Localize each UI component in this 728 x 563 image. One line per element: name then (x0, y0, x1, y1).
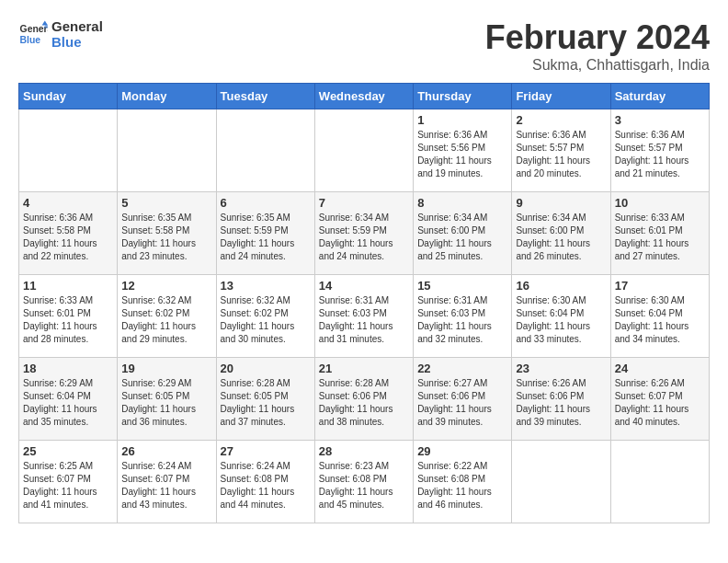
day-info: Sunrise: 6:31 AM Sunset: 6:03 PM Dayligh… (417, 294, 507, 346)
day-info: Sunrise: 6:33 AM Sunset: 6:01 PM Dayligh… (615, 212, 705, 263)
calendar-cell: 6Sunrise: 6:35 AM Sunset: 5:59 PM Daylig… (216, 192, 314, 275)
calendar-cell: 11Sunrise: 6:33 AM Sunset: 6:01 PM Dayli… (19, 275, 118, 358)
day-info: Sunrise: 6:30 AM Sunset: 6:04 PM Dayligh… (516, 294, 606, 346)
calendar-cell: 2Sunrise: 6:36 AM Sunset: 5:57 PM Daylig… (512, 109, 610, 192)
calendar-cell (216, 109, 314, 192)
calendar-cell (19, 109, 118, 192)
day-info: Sunrise: 6:26 AM Sunset: 6:06 PM Dayligh… (516, 377, 606, 429)
day-info: Sunrise: 6:24 AM Sunset: 6:07 PM Dayligh… (121, 460, 211, 511)
calendar-cell: 17Sunrise: 6:30 AM Sunset: 6:04 PM Dayli… (610, 275, 709, 358)
calendar-cell (610, 441, 709, 523)
day-info: Sunrise: 6:28 AM Sunset: 6:05 PM Dayligh… (221, 377, 311, 429)
calendar-cell: 8Sunrise: 6:34 AM Sunset: 6:00 PM Daylig… (414, 192, 512, 275)
calendar-header-row: SundayMondayTuesdayWednesdayThursdayFrid… (19, 84, 710, 109)
day-info: Sunrise: 6:32 AM Sunset: 6:02 PM Dayligh… (121, 294, 211, 346)
day-number: 19 (121, 362, 211, 375)
weekday-header: Thursday (414, 84, 512, 109)
day-info: Sunrise: 6:31 AM Sunset: 6:03 PM Dayligh… (319, 294, 409, 346)
calendar-cell: 24Sunrise: 6:26 AM Sunset: 6:07 PM Dayli… (610, 358, 709, 441)
day-number: 18 (23, 362, 113, 375)
day-number: 25 (23, 444, 113, 458)
calendar-cell: 5Sunrise: 6:35 AM Sunset: 5:58 PM Daylig… (118, 192, 216, 275)
day-info: Sunrise: 6:36 AM Sunset: 5:56 PM Dayligh… (417, 129, 507, 180)
calendar-week-row: 1Sunrise: 6:36 AM Sunset: 5:56 PM Daylig… (19, 109, 710, 192)
header: General Blue General Blue February 2024 … (18, 18, 710, 74)
calendar-cell: 1Sunrise: 6:36 AM Sunset: 5:56 PM Daylig… (414, 109, 512, 192)
calendar-cell: 12Sunrise: 6:32 AM Sunset: 6:02 PM Dayli… (118, 275, 216, 358)
day-number: 4 (23, 196, 113, 210)
calendar-cell: 26Sunrise: 6:24 AM Sunset: 6:07 PM Dayli… (118, 441, 216, 523)
weekday-header: Tuesday (216, 84, 314, 109)
day-number: 22 (417, 362, 507, 375)
calendar-week-row: 11Sunrise: 6:33 AM Sunset: 6:01 PM Dayli… (19, 275, 710, 358)
calendar-cell: 14Sunrise: 6:31 AM Sunset: 6:03 PM Dayli… (314, 275, 413, 358)
location-subtitle: Sukma, Chhattisgarh, India (485, 57, 710, 74)
day-info: Sunrise: 6:26 AM Sunset: 6:07 PM Dayligh… (615, 377, 705, 429)
day-info: Sunrise: 6:29 AM Sunset: 6:04 PM Dayligh… (23, 377, 113, 429)
day-number: 21 (319, 362, 409, 375)
day-info: Sunrise: 6:27 AM Sunset: 6:06 PM Dayligh… (417, 377, 507, 429)
day-info: Sunrise: 6:34 AM Sunset: 6:00 PM Dayligh… (417, 212, 507, 263)
day-info: Sunrise: 6:33 AM Sunset: 6:01 PM Dayligh… (23, 294, 113, 346)
day-number: 5 (121, 196, 211, 210)
calendar-cell: 15Sunrise: 6:31 AM Sunset: 6:03 PM Dayli… (414, 275, 512, 358)
calendar-cell: 9Sunrise: 6:34 AM Sunset: 6:00 PM Daylig… (512, 192, 610, 275)
day-number: 1 (417, 113, 507, 127)
calendar-cell: 21Sunrise: 6:28 AM Sunset: 6:06 PM Dayli… (314, 358, 413, 441)
day-info: Sunrise: 6:34 AM Sunset: 5:59 PM Dayligh… (319, 212, 409, 263)
calendar-cell: 7Sunrise: 6:34 AM Sunset: 5:59 PM Daylig… (314, 192, 413, 275)
day-number: 27 (221, 444, 311, 458)
day-number: 26 (121, 444, 211, 458)
calendar-table: SundayMondayTuesdayWednesdayThursdayFrid… (18, 83, 710, 523)
calendar-cell: 28Sunrise: 6:23 AM Sunset: 6:08 PM Dayli… (314, 441, 413, 523)
day-number: 23 (516, 362, 606, 375)
calendar-week-row: 25Sunrise: 6:25 AM Sunset: 6:07 PM Dayli… (19, 441, 710, 523)
calendar-cell: 29Sunrise: 6:22 AM Sunset: 6:08 PM Dayli… (414, 441, 512, 523)
day-info: Sunrise: 6:36 AM Sunset: 5:58 PM Dayligh… (23, 212, 113, 263)
weekday-header: Sunday (19, 84, 118, 109)
day-number: 17 (615, 279, 705, 293)
month-title: February 2024 (485, 18, 710, 57)
day-number: 10 (615, 196, 705, 210)
calendar-cell (512, 441, 610, 523)
calendar-cell: 19Sunrise: 6:29 AM Sunset: 6:05 PM Dayli… (118, 358, 216, 441)
day-info: Sunrise: 6:25 AM Sunset: 6:07 PM Dayligh… (23, 460, 113, 511)
day-number: 15 (417, 279, 507, 293)
calendar-cell: 20Sunrise: 6:28 AM Sunset: 6:05 PM Dayli… (216, 358, 314, 441)
day-number: 28 (319, 444, 409, 458)
day-info: Sunrise: 6:32 AM Sunset: 6:02 PM Dayligh… (221, 294, 311, 346)
day-info: Sunrise: 6:36 AM Sunset: 5:57 PM Dayligh… (516, 129, 606, 180)
day-number: 24 (615, 362, 705, 375)
day-number: 7 (319, 196, 409, 210)
weekday-header: Wednesday (314, 84, 413, 109)
day-number: 9 (516, 196, 606, 210)
calendar-week-row: 18Sunrise: 6:29 AM Sunset: 6:04 PM Dayli… (19, 358, 710, 441)
day-number: 8 (417, 196, 507, 210)
day-number: 16 (516, 279, 606, 293)
day-number: 3 (615, 113, 705, 127)
svg-text:Blue: Blue (20, 35, 41, 45)
svg-marker-2 (42, 21, 48, 26)
day-number: 20 (221, 362, 311, 375)
calendar-cell: 3Sunrise: 6:36 AM Sunset: 5:57 PM Daylig… (610, 109, 709, 192)
day-number: 11 (23, 279, 113, 293)
day-number: 6 (221, 196, 311, 210)
logo: General Blue General Blue (18, 18, 103, 50)
weekday-header: Friday (512, 84, 610, 109)
logo-line2: Blue (51, 34, 103, 50)
calendar-cell: 16Sunrise: 6:30 AM Sunset: 6:04 PM Dayli… (512, 275, 610, 358)
day-number: 13 (221, 279, 311, 293)
day-info: Sunrise: 6:36 AM Sunset: 5:57 PM Dayligh… (615, 129, 705, 180)
weekday-header: Monday (118, 84, 216, 109)
day-info: Sunrise: 6:35 AM Sunset: 5:58 PM Dayligh… (121, 212, 211, 263)
day-info: Sunrise: 6:30 AM Sunset: 6:04 PM Dayligh… (615, 294, 705, 346)
title-area: February 2024 Sukma, Chhattisgarh, India (485, 18, 710, 74)
day-info: Sunrise: 6:22 AM Sunset: 6:08 PM Dayligh… (417, 460, 507, 511)
calendar-cell (118, 109, 216, 192)
day-info: Sunrise: 6:35 AM Sunset: 5:59 PM Dayligh… (221, 212, 311, 263)
day-number: 12 (121, 279, 211, 293)
day-info: Sunrise: 6:29 AM Sunset: 6:05 PM Dayligh… (121, 377, 211, 429)
day-info: Sunrise: 6:34 AM Sunset: 6:00 PM Dayligh… (516, 212, 606, 263)
weekday-header: Saturday (610, 84, 709, 109)
calendar-week-row: 4Sunrise: 6:36 AM Sunset: 5:58 PM Daylig… (19, 192, 710, 275)
